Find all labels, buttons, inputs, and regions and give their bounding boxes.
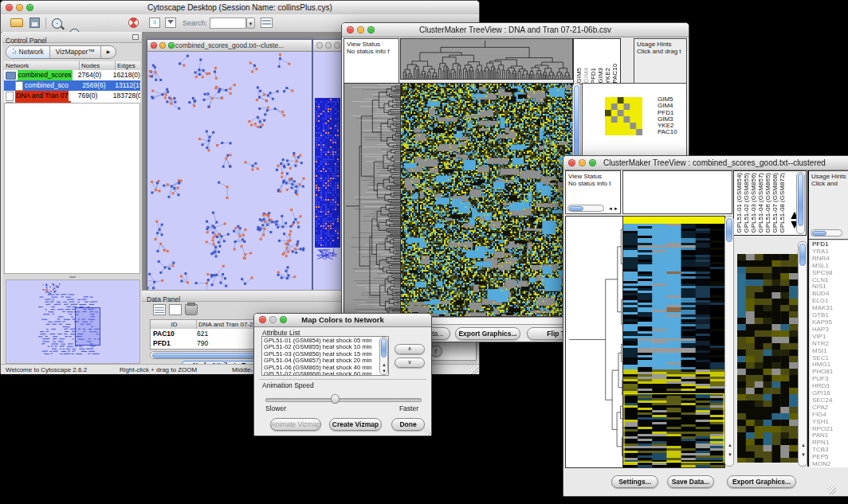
scroll-up-arrow[interactable]: ▲	[801, 442, 806, 448]
search-dropdown-button[interactable]: ▼	[246, 18, 255, 29]
tv2-right-scrollbar[interactable]: ▲ ▼	[798, 241, 807, 467]
new-attribute-icon[interactable]	[169, 304, 182, 315]
zoom-button[interactable]	[367, 26, 375, 33]
zoom-button[interactable]	[168, 42, 175, 49]
tv1-column-dendrogram-canvas[interactable]	[400, 38, 573, 80]
tv2-column-label: GPL51-02 (GSM855)	[743, 173, 750, 233]
network-overview-icon[interactable]: ⠿	[149, 18, 160, 28]
save-session-icon[interactable]	[29, 18, 40, 28]
panel-divider-handle[interactable]	[4, 275, 140, 279]
tv1-export-graphics-button[interactable]: Export Graphics...	[455, 327, 520, 340]
dialog-separator	[259, 379, 426, 380]
scroll-down-arrow[interactable]: ▼	[728, 451, 732, 458]
attribute-list-item[interactable]: GPL51-07 (GSM868) heat shock 60 min	[264, 371, 387, 376]
animation-slider-thumb[interactable]	[331, 394, 340, 404]
birdseye-view-canvas[interactable]	[6, 279, 140, 364]
dialog-resize-grip[interactable]	[424, 428, 430, 435]
tv2-gene-label[interactable]: MON2	[812, 461, 848, 467]
scroll-down-arrow[interactable]: ▼	[801, 451, 806, 458]
scroll-down-arrow[interactable]: ▼	[382, 368, 387, 374]
tv2-settings-button[interactable]: Settings...	[611, 475, 658, 488]
zoom-button[interactable]	[334, 42, 340, 49]
minimize-button[interactable]	[16, 4, 23, 11]
tv1-column-label: GIM5	[575, 68, 583, 84]
move-up-button[interactable]: ∧	[395, 344, 425, 354]
close-button[interactable]	[316, 42, 323, 49]
scroll-up-arrow[interactable]: ▲	[382, 361, 387, 368]
col-header-network[interactable]: Network	[4, 61, 80, 70]
resize-grip[interactable]	[469, 365, 478, 374]
tv1-subheatmap-canvas[interactable]	[605, 97, 642, 135]
help-lifesaver-icon[interactable]	[128, 18, 139, 28]
search-input[interactable]	[210, 18, 246, 29]
scroll-left-arrow[interactable]: ◄	[608, 206, 613, 211]
tv1-view-status-line1: View Status	[344, 39, 398, 48]
create-vizmap-button[interactable]: Create Vizmap	[329, 418, 382, 431]
trash-icon[interactable]	[185, 304, 198, 315]
network-view-window: combined_scores_good.txt--cluste...	[147, 39, 312, 295]
tv2-column-label: GPL51-03 (GSM856)	[750, 173, 757, 233]
zoom-button[interactable]	[280, 316, 287, 323]
close-button[interactable]	[151, 42, 157, 49]
tv2-hints-scrollbar[interactable]	[811, 229, 842, 236]
minimize-button[interactable]	[325, 42, 332, 49]
col-header-nodes[interactable]: Nodes	[80, 61, 116, 70]
tv2-subheatmap-canvas[interactable]	[737, 254, 798, 463]
zoom-out-icon[interactable]: -	[52, 18, 62, 29]
tv2-vscrollbar[interactable]: ▲ ▼	[724, 216, 734, 467]
tab-overflow-arrow[interactable]: ▶	[101, 46, 116, 58]
tv2-row-dendrogram-canvas[interactable]	[565, 216, 624, 468]
minimize-button[interactable]	[579, 159, 586, 166]
minimize-button[interactable]	[357, 26, 364, 33]
tv2-status-scrollbar[interactable]	[567, 205, 604, 212]
network-row-combined-sco-selected[interactable]: combined_sco 2569(6) 13112(15)	[4, 80, 140, 91]
tab-vizmapper[interactable]: VizMapper™	[50, 46, 101, 58]
scroll-up-arrow[interactable]: ▲	[728, 442, 732, 448]
table-view-icon[interactable]	[153, 304, 166, 315]
tab-network[interactable]: ⠵ Network	[6, 46, 50, 58]
network-row-dna-tran[interactable]: DNA and Tran 07 769(0) 183728(0)	[4, 91, 140, 101]
tv2-heatmap-canvas[interactable]	[622, 216, 725, 468]
network-canvas-1[interactable]	[147, 52, 310, 294]
tv1-gene-label[interactable]: PAC10	[658, 129, 686, 135]
network-row-combined-scores[interactable]: combined_scores 2764(0) 16218(0)	[4, 70, 140, 80]
close-button[interactable]	[568, 159, 575, 166]
done-button[interactable]: Done	[391, 418, 425, 431]
treeview1-titlebar[interactable]: ClusterMaker TreeView : DNA and Tran 07-…	[342, 23, 689, 37]
attribute-listbox[interactable]: GPL51-01 (GSM854) heat shock 05 minGPL51…	[261, 336, 389, 376]
minimize-button[interactable]	[269, 316, 277, 323]
tv1-gene-labels: GIM5GIM4PFD1GIM3YKE2PAC10	[658, 96, 686, 138]
zoom-button[interactable]	[26, 4, 33, 11]
float-panel-icon[interactable]	[132, 34, 139, 40]
filter-icon[interactable]	[165, 18, 176, 28]
move-down-button[interactable]: ∨	[395, 357, 425, 368]
treeview2-titlebar[interactable]: ClusterMaker TreeView : combined_scores_…	[563, 156, 848, 170]
tv2-save-data-button[interactable]: Save Data...	[667, 475, 714, 488]
zoom-button[interactable]	[589, 159, 596, 166]
attr-col-id[interactable]: ID	[151, 320, 197, 329]
animate-vizmap-button[interactable]: Animate Vizmap	[270, 418, 321, 431]
attribute-browser-icon[interactable]	[261, 18, 273, 28]
tv1-heatmap-canvas[interactable]	[400, 83, 573, 317]
animation-slider-track[interactable]	[265, 398, 422, 402]
close-button[interactable]	[259, 316, 266, 323]
open-file-icon[interactable]	[10, 18, 23, 27]
scroll-right-arrow[interactable]: ►	[614, 206, 618, 211]
network-view-titlebar[interactable]: combined_scores_good.txt--cluste...	[147, 40, 312, 52]
col-header-edges[interactable]: Edges	[116, 61, 140, 70]
attribute-list-scrollbar[interactable]: ▲ ▼	[379, 337, 388, 375]
treeview1-title: ClusterMaker TreeView : DNA and Tran 07-…	[342, 23, 689, 37]
close-button[interactable]	[347, 26, 354, 33]
status-middle-hint: Middle-	[230, 365, 253, 373]
main-titlebar[interactable]: Cytoscape Desktop (Session Name: collins…	[1, 1, 479, 15]
document-icon	[6, 92, 14, 101]
close-button[interactable]	[6, 4, 13, 11]
tv2-usage-hints-line1: Usage Hints	[809, 171, 848, 180]
tv2-resize-grip[interactable]	[827, 486, 836, 494]
minimize-button[interactable]	[159, 42, 166, 49]
dialog-titlebar[interactable]: Map Colors to Network	[254, 314, 431, 327]
status-welcome: Welcome to Cytoscape 2.6.2	[3, 365, 87, 373]
tv2-collabels-scrollbar[interactable]	[796, 172, 805, 234]
tv1-row-dendrogram-canvas[interactable]	[344, 83, 401, 317]
tv2-export-graphics-button[interactable]: Export Graphics...	[727, 475, 796, 488]
